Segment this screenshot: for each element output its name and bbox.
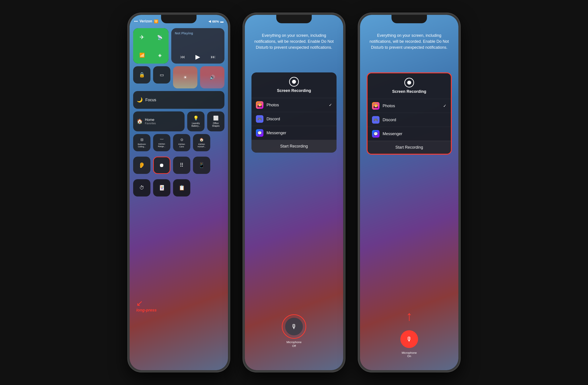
mic-label-3: Microphone On [402, 351, 417, 358]
wifi-button[interactable]: 📶 [133, 47, 151, 64]
record-icon: ⏺ [159, 162, 164, 168]
messenger-label-3: Messenger [383, 132, 402, 136]
remote-icon: 📱 [198, 162, 205, 168]
hearing-button[interactable]: 👂 [133, 157, 150, 174]
brightness-icon: ☀ [183, 75, 187, 80]
airplane-mode-button[interactable]: ✈ [133, 28, 151, 47]
kitchen-home-icon: 🏠 [199, 138, 204, 142]
mic-button-3[interactable]: 🎙 [400, 330, 418, 348]
laundry-icon: 💡 [193, 115, 199, 121]
recording-panel-title: Screen Recording [255, 88, 333, 93]
kitchen-home-tile[interactable]: 🏠 KitchenHomeP... [193, 134, 210, 151]
bluetooth-button[interactable]: ◈ [151, 47, 168, 64]
screen-record-button[interactable]: ⏺ [153, 157, 170, 174]
photos-app-item[interactable]: 🌄 Photos ✓ [252, 98, 336, 112]
discord-icon: 🎮 [256, 115, 263, 123]
clock-button[interactable]: ⏱ [133, 179, 150, 197]
volume-slider[interactable]: 🔊 [200, 66, 224, 88]
red-arrow-annotation: ↑ [406, 308, 413, 324]
office-shapes-tile[interactable]: ⬜ OfficeShapes [207, 111, 224, 131]
start-recording-button-3[interactable]: Start Recording [368, 141, 451, 154]
recording-notice-2: Everything on your screen, including not… [252, 33, 336, 51]
photos-icon-3: 🌄 [372, 102, 379, 110]
recording-panel-3-highlighted: Screen Recording 🌄 Photos ✓ 🎮 Discord 💬 [367, 72, 452, 155]
messenger-label: Messenger [267, 131, 286, 135]
notes-icon: 📋 [179, 185, 185, 191]
prev-track-button[interactable]: ⏮ [180, 54, 185, 60]
record-circle-icon [289, 77, 299, 87]
discord-label-3: Discord [383, 118, 396, 122]
office-icon: ⬜ [213, 115, 219, 121]
app-list-3: 🌄 Photos ✓ 🎮 Discord 💬 Messenger [368, 99, 451, 141]
messenger-icon-3: 💬 [372, 130, 379, 138]
discord-app-item[interactable]: 🎮 Discord [252, 112, 336, 126]
home-subtitle: Favorites [145, 122, 156, 125]
messenger-app-item[interactable]: 💬 Messenger [252, 126, 336, 140]
phone-2: Everything on your screen, including not… [243, 13, 345, 372]
focus-label: Focus [145, 98, 156, 102]
recording-notice-3: Everything on your screen, including not… [367, 33, 452, 51]
phone-1: ▪▪▪ Verizon 🛜 ◀ 66% ▬ ✈ 📡 📶 [128, 13, 230, 372]
calculator-button[interactable]: ⠿ [173, 157, 190, 174]
bedroom-icon: ⊟ [141, 138, 143, 142]
remote-button[interactable]: 📱 [193, 157, 210, 174]
home-favorites-button[interactable]: 🏠 Home Favorites [133, 111, 185, 131]
discord-icon-3: 🎮 [372, 116, 379, 124]
play-pause-button[interactable]: ▶ [195, 53, 200, 61]
discord-app-item-3[interactable]: 🎮 Discord [368, 113, 451, 127]
media-controls: ⏮ ▶ ⏭ [175, 53, 221, 61]
bedroom-ceiling-tile[interactable]: ⊟ BedroomCeiling... [133, 134, 150, 151]
now-playing-panel: Not Playing ⏮ ▶ ⏭ [171, 28, 224, 63]
laundry-battery-tile[interactable]: 💡 LaundryBattery... [187, 111, 205, 131]
record-dot [292, 80, 296, 84]
wallet-button[interactable]: 🃏 [153, 179, 170, 197]
messenger-app-item-3[interactable]: 💬 Messenger [368, 127, 451, 141]
location-icon: ◀ [209, 20, 211, 23]
cellular-button[interactable]: 📡 [151, 28, 168, 47]
photos-label-3: Photos [383, 104, 395, 108]
next-track-button[interactable]: ⏭ [211, 54, 216, 60]
office-label: OfficeShapes [212, 122, 220, 127]
notes-button[interactable]: 📋 [173, 179, 190, 197]
home-icon: 🏠 [137, 119, 143, 124]
carrier-label: Verizon [140, 19, 152, 23]
now-playing-title: Not Playing [175, 31, 221, 35]
mic-button-2[interactable]: 🎙 [285, 318, 303, 335]
screen-mirror-button[interactable]: ▭ [153, 66, 170, 83]
wifi-status-icon: 🛜 [154, 19, 158, 23]
photos-checkmark: ✓ [329, 102, 332, 107]
focus-button[interactable]: 🌙 Focus [133, 91, 224, 109]
record-circle-icon-3 [404, 78, 414, 87]
messenger-icon: 💬 [256, 129, 263, 137]
start-recording-button[interactable]: Start Recording [252, 140, 336, 153]
calculator-icon: ⠿ [180, 162, 184, 168]
kitchen-range-icon: 〰 [160, 138, 164, 142]
battery-icon: ▬ [220, 20, 224, 23]
mirror-icon: ▭ [160, 72, 164, 78]
brightness-slider[interactable]: ☀ [173, 66, 197, 88]
kitchen-home-label: KitchenHomeP... [198, 143, 206, 148]
microphone-on-icon: 🎙 [406, 336, 412, 343]
kitchen-range-tile[interactable]: 〰 KitchenRange... [153, 134, 170, 151]
app-list: 🌄 Photos ✓ 🎮 Discord 💬 Messenger [252, 98, 336, 140]
kitchen-cans-icon: ⊙ [180, 138, 183, 142]
arrow-icon: ↙ [136, 299, 157, 308]
clock-icon: ⏱ [139, 185, 144, 191]
connectivity-panel: ✈ 📡 📶 ◈ [133, 28, 168, 63]
photos-app-item-3[interactable]: 🌄 Photos ✓ [368, 99, 451, 113]
signal-icon: ▪▪▪ [134, 19, 138, 23]
volume-icon: 🔊 [210, 75, 215, 80]
screen-lock-button[interactable]: 🔒 [133, 66, 150, 83]
photos-icon: 🌄 [256, 101, 263, 109]
long-press-annotation: ↙ long-press [136, 299, 157, 313]
discord-label: Discord [267, 117, 280, 122]
photos-label: Photos [267, 103, 279, 107]
mic-label-2: Microphone Off [287, 341, 301, 348]
kitchen-cans-tile[interactable]: ⊙ KitchenCans [173, 134, 190, 151]
notch-3 [392, 15, 427, 23]
mic-area-2: 🎙 Microphone Off [282, 314, 306, 348]
laundry-label: LaundryBattery... [191, 122, 200, 127]
moon-icon: 🌙 [137, 97, 143, 103]
microphone-icon: 🎙 [291, 323, 297, 330]
home-title: Home [145, 118, 156, 122]
